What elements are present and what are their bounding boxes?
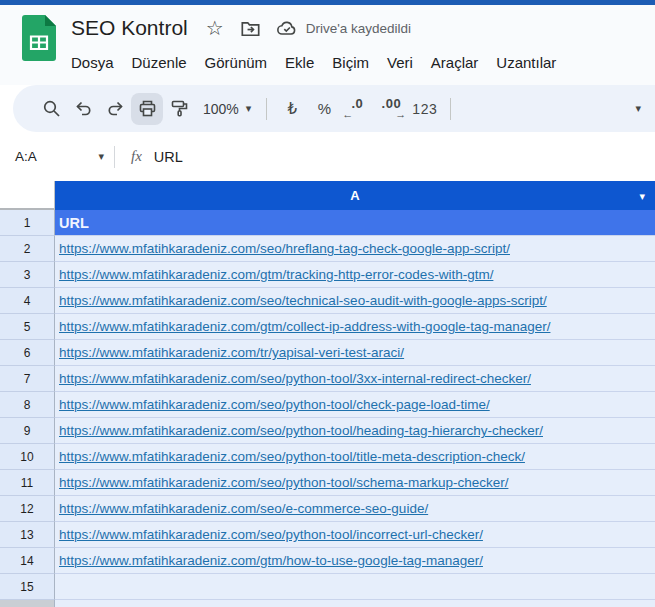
cell-url[interactable]: https://www.mfatihkaradeniz.com/seo/pyth… xyxy=(55,522,655,548)
row-header[interactable]: 1 xyxy=(0,210,55,236)
chevron-down-icon: ▾ xyxy=(246,103,252,114)
menu-dosya[interactable]: Dosya xyxy=(62,51,123,74)
column-header-row: A ▾ xyxy=(0,181,655,210)
cell-empty[interactable] xyxy=(55,600,655,607)
table-row: 9 https://www.mfatihkaradeniz.com/seo/py… xyxy=(0,418,655,444)
menu-bar: Dosya Düzenle Görünüm Ekle Biçim Veri Ar… xyxy=(62,51,565,74)
menu-veri[interactable]: Veri xyxy=(378,51,422,74)
saved-status[interactable]: Drive'a kaydedildi xyxy=(306,21,411,36)
row-header[interactable]: 14 xyxy=(0,548,55,574)
paint-format-icon[interactable] xyxy=(163,93,195,125)
row-header[interactable]: 13 xyxy=(0,522,55,548)
row-header[interactable] xyxy=(0,600,55,607)
row-header[interactable]: 2 xyxy=(0,236,55,262)
move-folder-icon[interactable] xyxy=(240,17,262,39)
table-row: 13 https://www.mfatihkaradeniz.com/seo/p… xyxy=(0,522,655,548)
column-menu-caret-icon[interactable]: ▾ xyxy=(639,189,645,202)
name-box-caret-icon[interactable]: ▾ xyxy=(98,151,104,162)
cell-url[interactable]: https://www.mfatihkaradeniz.com/seo/pyth… xyxy=(55,470,655,496)
name-box[interactable]: A:A ▾ xyxy=(0,149,104,164)
cell-url[interactable]: https://www.mfatihkaradeniz.com/gtm/trac… xyxy=(55,262,655,288)
table-row: 10 https://www.mfatihkaradeniz.com/seo/p… xyxy=(0,444,655,470)
row-header[interactable]: 7 xyxy=(0,366,55,392)
undo-icon[interactable] xyxy=(67,93,99,125)
table-row: 5 https://www.mfatihkaradeniz.com/gtm/co… xyxy=(0,314,655,340)
number-format-button[interactable]: 123 xyxy=(412,101,437,117)
cell-url[interactable]: https://www.mfatihkaradeniz.com/seo/pyth… xyxy=(55,366,655,392)
formula-bar-divider xyxy=(114,146,115,168)
toolbar-divider xyxy=(266,98,267,120)
row-header[interactable]: 3 xyxy=(0,262,55,288)
select-all-corner[interactable] xyxy=(0,181,55,210)
row-header[interactable]: 9 xyxy=(0,418,55,444)
table-row-partial xyxy=(0,600,655,607)
arrow-right-icon: → xyxy=(395,109,406,120)
cell-a1-url-header[interactable]: URL xyxy=(55,210,655,236)
table-row: 1 URL xyxy=(0,210,655,236)
row-header[interactable]: 12 xyxy=(0,496,55,522)
column-header-a[interactable]: A ▾ xyxy=(55,181,655,210)
menu-gorunum[interactable]: Görünüm xyxy=(196,51,277,74)
name-box-value: A:A xyxy=(15,149,98,164)
cell-url[interactable]: https://www.mfatihkaradeniz.com/seo/tech… xyxy=(55,288,655,314)
table-row: 4 https://www.mfatihkaradeniz.com/seo/te… xyxy=(0,288,655,314)
percent-format-button[interactable]: % xyxy=(308,93,340,125)
table-row: 6 https://www.mfatihkaradeniz.com/tr/yap… xyxy=(0,340,655,366)
table-row: 7 https://www.mfatihkaradeniz.com/seo/py… xyxy=(0,366,655,392)
table-row: 11 https://www.mfatihkaradeniz.com/seo/p… xyxy=(0,470,655,496)
row-header[interactable]: 6 xyxy=(0,340,55,366)
menu-araclar[interactable]: Araçlar xyxy=(422,51,488,74)
menu-bicim[interactable]: Biçim xyxy=(323,51,378,74)
table-row: 8 https://www.mfatihkaradeniz.com/seo/py… xyxy=(0,392,655,418)
menu-uzantilar[interactable]: Uzantılar xyxy=(487,51,565,74)
row-header[interactable]: 11 xyxy=(0,470,55,496)
row-header[interactable]: 4 xyxy=(0,288,55,314)
cell-url[interactable]: https://www.mfatihkaradeniz.com/seo/pyth… xyxy=(55,444,655,470)
arrow-left-icon: ← xyxy=(342,109,353,120)
title-icons: ☆ xyxy=(204,17,298,39)
document-title[interactable]: SEO Kontrol xyxy=(71,16,188,40)
cloud-saved-icon[interactable] xyxy=(276,17,298,39)
redo-icon[interactable] xyxy=(99,93,131,125)
row-header[interactable]: 10 xyxy=(0,444,55,470)
table-row: 15 xyxy=(0,574,655,600)
title-row: SEO Kontrol ☆ Drive'a kayde xyxy=(71,16,411,40)
table-row: 14 https://www.mfatihkaradeniz.com/gtm/h… xyxy=(0,548,655,574)
toolbar-divider xyxy=(450,98,451,120)
table-row: 3 https://www.mfatihkaradeniz.com/gtm/tr… xyxy=(0,262,655,288)
toolbar-overflow-caret-icon[interactable]: ▾ xyxy=(635,103,641,114)
formula-input[interactable]: URL xyxy=(154,149,183,165)
table-row: 2 https://www.mfatihkaradeniz.com/seo/hr… xyxy=(0,236,655,262)
cell-empty[interactable] xyxy=(55,574,655,600)
toolbar: 100% ▾ ₺ % .0 ← .00 → 123 ▾ xyxy=(13,85,655,132)
star-icon[interactable]: ☆ xyxy=(204,17,226,39)
cell-url[interactable]: https://www.mfatihkaradeniz.com/gtm/coll… xyxy=(55,314,655,340)
increase-decimal-button[interactable]: .00 → xyxy=(374,97,408,120)
table-row: 12 https://www.mfatihkaradeniz.com/seo/e… xyxy=(0,496,655,522)
search-icon[interactable] xyxy=(35,93,67,125)
cell-url[interactable]: https://www.mfatihkaradeniz.com/gtm/how-… xyxy=(55,548,655,574)
cell-url[interactable]: https://www.mfatihkaradeniz.com/seo/e-co… xyxy=(55,496,655,522)
cell-url[interactable]: https://www.mfatihkaradeniz.com/seo/href… xyxy=(55,236,655,262)
fx-icon: fx xyxy=(131,148,142,165)
sheets-logo-icon[interactable] xyxy=(22,15,56,61)
decrease-decimal-button[interactable]: .0 ← xyxy=(340,97,374,120)
cell-url[interactable]: https://www.mfatihkaradeniz.com/tr/yapis… xyxy=(55,340,655,366)
cell-url[interactable]: https://www.mfatihkaradeniz.com/seo/pyth… xyxy=(55,392,655,418)
currency-format-button[interactable]: ₺ xyxy=(276,93,308,125)
row-header[interactable]: 5 xyxy=(0,314,55,340)
row-header[interactable]: 8 xyxy=(0,392,55,418)
app-header: SEO Kontrol ☆ Drive'a kayde xyxy=(0,5,655,85)
google-sheets-window: SEO Kontrol ☆ Drive'a kayde xyxy=(0,0,655,607)
menu-ekle[interactable]: Ekle xyxy=(276,51,323,74)
cell-url[interactable]: https://www.mfatihkaradeniz.com/seo/pyth… xyxy=(55,418,655,444)
print-icon[interactable] xyxy=(131,93,163,125)
row-header[interactable]: 15 xyxy=(0,574,55,600)
zoom-control[interactable]: 100% ▾ xyxy=(203,101,251,117)
spreadsheet-grid: A ▾ 1 URL 2 https://www.mfatihkaradeniz.… xyxy=(0,181,655,607)
menu-duzenle[interactable]: Düzenle xyxy=(123,51,196,74)
zoom-level: 100% xyxy=(203,101,239,117)
formula-bar: A:A ▾ fx URL xyxy=(0,132,655,181)
